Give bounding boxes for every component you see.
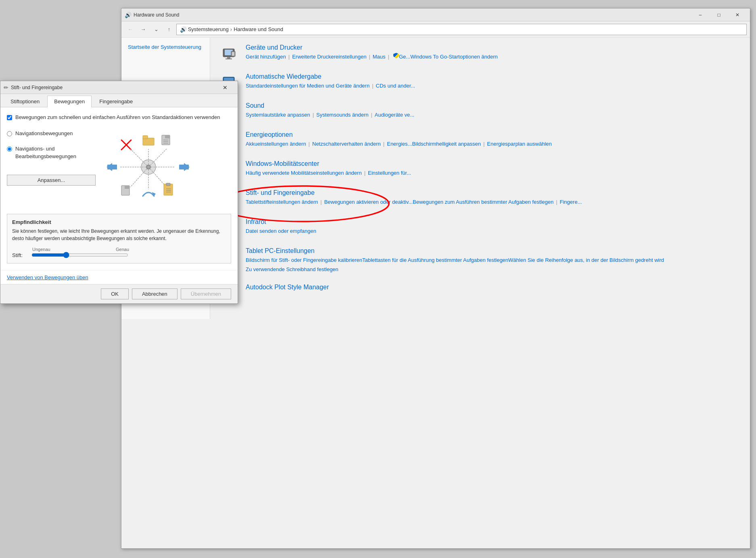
stift-link-4[interactable]: Fingere...	[560, 198, 582, 207]
address-part-2[interactable]: Hardware und Sound	[234, 26, 283, 32]
shield-icon	[393, 53, 399, 59]
address-icon: 🔊	[180, 26, 186, 33]
energie-link-3[interactable]: Energies...	[387, 140, 412, 148]
infrarot-links: Datei senden oder empfangen	[246, 227, 740, 236]
autoplay-title[interactable]: Automatische Wiedergabe	[246, 73, 740, 80]
mobilitaet-title[interactable]: Windows-Mobilitätscenter	[246, 160, 740, 167]
category-infrarot: Infrarot Datei senden oder empfangen	[220, 218, 740, 238]
tab-fingereingabe[interactable]: Fingereingabe	[92, 96, 140, 107]
tablet-link-1[interactable]: Bildschirm für Stift- oder Fingereingabe…	[246, 256, 362, 265]
sidebar-link-home[interactable]: Startseite der Systemsteuerung	[121, 42, 210, 52]
autoplay-link-1[interactable]: Standardeinstellungen für Medien und Ger…	[246, 82, 370, 90]
sound-title[interactable]: Sound	[246, 102, 740, 109]
energie-link-2[interactable]: Netzschalterverhalten ändern	[312, 140, 381, 148]
sound-link-3[interactable]: Audiogeräte ve...	[375, 111, 414, 119]
autodock-title[interactable]: Autodock Plot Style Manager	[246, 284, 740, 291]
stift-link-3[interactable]: Bewegungen zum Ausführen bestimmter Aufg…	[413, 198, 553, 207]
autodock-content: Autodock Plot Style Manager	[246, 284, 740, 293]
nav-back-button[interactable]: ←	[125, 24, 136, 35]
movements-checkbox[interactable]	[7, 115, 12, 120]
pen-sensitivity-slider[interactable]	[31, 252, 128, 258]
category-energie: Energieoptionen Akkueinstellungen ändern…	[220, 131, 740, 150]
apply-button[interactable]: Übernehmen	[181, 288, 231, 299]
autoplay-link-2[interactable]: CDs und ander...	[376, 82, 416, 90]
tablet-link-4[interactable]: Zu verwendende Schreibhand festlegen	[246, 265, 338, 274]
geraete-icon	[220, 44, 239, 63]
movements-checkbox-label: Bewegungen zum schnellen und einfachen A…	[15, 114, 220, 121]
energie-content: Energieoptionen Akkueinstellungen ändern…	[246, 131, 740, 148]
cp-title-text: Hardware und Sound	[134, 12, 689, 18]
sound-content: Sound Systemlautstärke anpassen | System…	[246, 102, 740, 119]
stift-title[interactable]: Stift- und Fingereingabe	[246, 189, 740, 196]
slider-labels: Ungenau Genau	[12, 247, 129, 252]
category-stift: Stift- und Fingereingabe Tablettstiftein…	[220, 189, 740, 209]
tablet-title[interactable]: Tablet PC-Einstellungen	[246, 247, 740, 255]
stift-dialog: ✏ Stift- und Fingereingabe ✕ Stiftoption…	[0, 81, 238, 304]
svg-rect-3	[226, 59, 232, 59]
nav-edit-radio[interactable]	[7, 146, 12, 152]
energie-title[interactable]: Energieoptionen	[246, 131, 740, 138]
geraete-link-5[interactable]: Windows To Go-Startoptionen ändern	[410, 53, 498, 61]
ok-button[interactable]: OK	[101, 288, 129, 299]
autoplay-content: Automatische Wiedergabe Standardeinstell…	[246, 73, 740, 90]
svg-line-49	[130, 149, 148, 167]
svg-rect-2	[227, 57, 230, 59]
mobilitaet-link-2[interactable]: Einstellungen für...	[368, 169, 411, 178]
address-part-1[interactable]: Systemsteuerung	[188, 26, 229, 32]
nav-dropdown-button[interactable]: ⌄	[150, 24, 162, 35]
dialog-close-button[interactable]: ✕	[216, 81, 234, 94]
svg-line-50	[148, 149, 167, 167]
cp-minimize-button[interactable]: –	[691, 8, 710, 21]
infrarot-title[interactable]: Infrarot	[246, 218, 740, 226]
dialog-title-text: Stift- und Fingereingabe	[11, 85, 213, 90]
stift-link-1[interactable]: Tablettstifteinstellungen ändern	[246, 198, 318, 207]
sound-link-2[interactable]: Systemsounds ändern	[316, 111, 368, 119]
slider-row: Stift:	[12, 252, 226, 258]
category-mobilitaet: Windows-Mobilitätscenter Häufig verwende…	[220, 160, 740, 180]
energie-link-1[interactable]: Akkueinstellungen ändern	[246, 140, 306, 148]
slider-label-right: Genau	[116, 247, 129, 252]
geraete-link-3[interactable]: Maus	[373, 53, 386, 61]
category-autodock: Autodock Plot Style Manager	[220, 284, 740, 303]
energie-link-5[interactable]: Energiesparplan auswählen	[487, 140, 551, 148]
nav-forward-button[interactable]: →	[138, 24, 149, 35]
geraete-link-4[interactable]: Ge...	[399, 53, 410, 61]
nav-edit-radio-label: Navigations- undBearbeitungsbewegungen	[15, 145, 76, 160]
gesture-diagram	[102, 127, 195, 207]
geraete-link-2[interactable]: Erweiterte Druckereinstellungen	[292, 53, 366, 61]
sensitivity-title: Empfindlichkeit	[12, 219, 226, 225]
movements-practice-link[interactable]: Verwenden von Bewegungen üben	[7, 274, 88, 280]
customize-button[interactable]: Anpassen...	[7, 175, 96, 186]
tablet-link-3[interactable]: Wählen Sie die Reihenfolge aus, in der d…	[508, 256, 664, 265]
sensitivity-section: Empfindlichkeit Sie können festlegen, wi…	[7, 214, 231, 263]
mobilitaet-content: Windows-Mobilitätscenter Häufig verwende…	[246, 160, 740, 178]
cancel-button[interactable]: Abbrechen	[132, 288, 178, 299]
energie-links: Akkueinstellungen ändern | Netzschalterv…	[246, 140, 740, 148]
cp-close-button[interactable]: ✕	[728, 8, 747, 21]
geraete-title[interactable]: Geräte und Drucker	[246, 44, 740, 51]
mobilitaet-link-1[interactable]: Häufig verwendete Mobilitätseinstellunge…	[246, 169, 362, 178]
cp-main: Geräte und Drucker Gerät hinzufügen | Er…	[210, 38, 750, 319]
cp-titlebar-buttons: – □ ✕	[691, 8, 747, 21]
geraete-links: Gerät hinzufügen | Erweiterte Druckerein…	[246, 53, 740, 61]
cp-addressbar: ← → ⌄ ↑ 🔊 Systemsteuerung › Hardware und…	[121, 21, 750, 38]
radio-diagram-row: Navigationsbewegungen Navigations- undBe…	[7, 127, 231, 207]
infrarot-link-1[interactable]: Datei senden oder empfangen	[246, 227, 316, 236]
tablet-link-2[interactable]: Tablettasten für die Ausführung bestimmt…	[362, 256, 508, 265]
address-box: 🔊 Systemsteuerung › Hardware und Sound	[176, 24, 747, 35]
radio-nav-edit-option: Navigations- undBearbeitungsbewegungen	[7, 145, 96, 160]
tab-stiftoptionen[interactable]: Stiftoptionen	[4, 96, 46, 107]
stift-content: Stift- und Fingereingabe Tablettstiftein…	[246, 189, 740, 207]
tab-bewegungen[interactable]: Bewegungen	[47, 96, 92, 107]
nav-up-button[interactable]: ↑	[163, 24, 175, 35]
sound-link-1[interactable]: Systemlautstärke anpassen	[246, 111, 310, 119]
cp-maximize-button[interactable]: □	[710, 8, 728, 21]
svg-rect-5	[232, 52, 234, 56]
geraete-link-1[interactable]: Gerät hinzufügen	[246, 53, 286, 61]
tablet-links: Bildschirm für Stift- oder Fingereingabe…	[246, 256, 740, 274]
movements-checkbox-row: Bewegungen zum schnellen und einfachen A…	[7, 114, 231, 121]
energie-link-4[interactable]: Bildschirmhelligkeit anpassen	[412, 140, 481, 148]
svg-rect-60	[143, 136, 148, 139]
stift-link-2[interactable]: Bewegungen aktivieren oder deaktiv...	[324, 198, 413, 207]
navigation-radio[interactable]	[7, 131, 12, 136]
